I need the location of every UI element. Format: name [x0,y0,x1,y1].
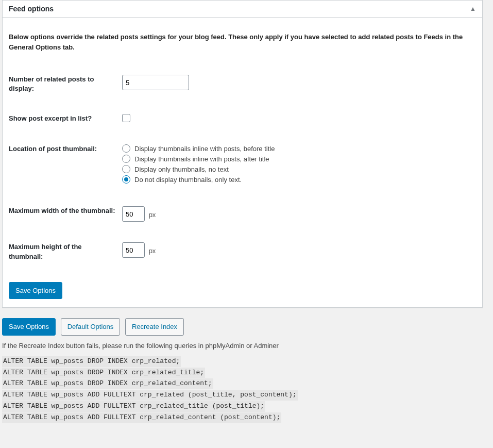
sql-line: ALTER TABLE wp_posts ADD FULLTEXT crp_re… [2,390,298,401]
thumb-location-label: Display thumbnails inline with posts, be… [134,145,275,153]
footer-buttons: Save Options Default Options Recreate In… [2,318,483,336]
footer-note: If the Recreate Index button fails, plea… [2,342,483,350]
feed-options-panel: Feed options ▲ Below options override th… [2,0,483,308]
panel-title: Feed options [9,5,54,13]
settings-table: Number of related posts to display: Show… [9,64,476,272]
location-label: Location of post thumbnail: [9,134,122,196]
footer-save-button[interactable]: Save Options [2,318,56,336]
panel-body: Below options override the related posts… [3,18,482,307]
thumb-location-radio-before[interactable] [122,144,130,153]
thumb-location-label: Display only thumbnails, no text [134,165,229,173]
max-height-input[interactable] [122,242,145,258]
unit-label: px [149,211,156,219]
default-options-button[interactable]: Default Options [61,318,121,336]
save-button[interactable]: Save Options [9,282,62,300]
unit-label: px [149,247,156,255]
thumb-location-radio-after[interactable] [122,155,130,163]
max-width-label: Maximum width of the thumbnail: [9,196,122,232]
show-excerpt-checkbox[interactable] [122,114,130,122]
show-excerpt-label: Show post excerpt in list? [9,104,122,134]
thumb-location-label: Display thumbnails inline with posts, af… [134,155,269,163]
sql-line: ALTER TABLE wp_posts DROP INDEX crp_rela… [2,356,181,367]
sql-line: ALTER TABLE wp_posts DROP INDEX crp_rela… [2,378,213,389]
sql-line: ALTER TABLE wp_posts ADD FULLTEXT crp_re… [2,412,281,423]
max-height-label: Maximum height of the thumbnail: [9,232,122,271]
thumb-location-radio-text-only[interactable] [122,175,130,184]
sql-line: ALTER TABLE wp_posts DROP INDEX crp_rela… [2,368,205,378]
panel-description: Below options override the related posts… [9,32,476,52]
sql-block: ALTER TABLE wp_posts DROP INDEX crp_rela… [2,356,483,424]
max-width-input[interactable] [122,206,145,222]
thumb-location-radio-only-thumbs[interactable] [122,165,130,173]
panel-header[interactable]: Feed options ▲ [3,1,482,18]
num-posts-label: Number of related posts to display: [9,64,122,104]
collapse-icon[interactable]: ▲ [470,5,476,12]
num-posts-input[interactable] [122,75,189,90]
sql-line: ALTER TABLE wp_posts ADD FULLTEXT crp_re… [2,401,265,412]
recreate-index-button[interactable]: Recreate Index [125,318,184,336]
thumb-location-label: Do not display thumbnails, only text. [134,176,242,184]
